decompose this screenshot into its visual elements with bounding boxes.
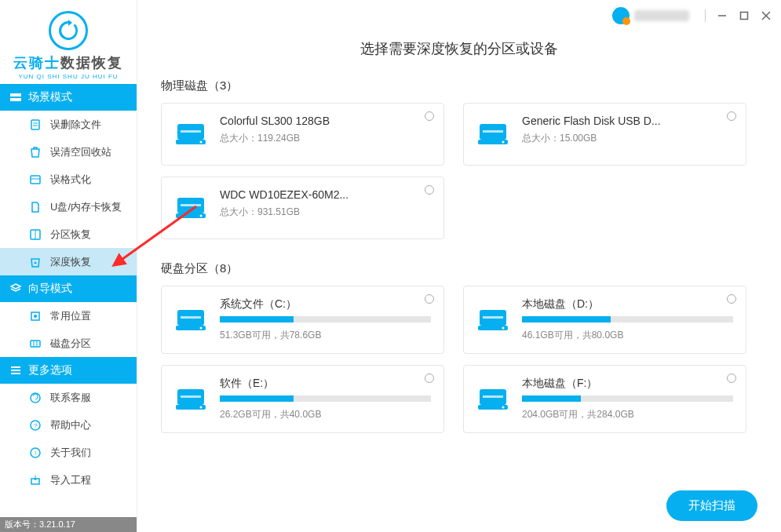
sidebar-item-sdcard[interactable]: U盘/内存卡恢复 bbox=[0, 193, 137, 220]
svg-point-50 bbox=[200, 406, 203, 408]
section-physical-title: 物理磁盘（3） bbox=[161, 78, 746, 93]
content: 选择需要深度恢复的分区或设备 物理磁盘（3） Colorful SL300 12… bbox=[137, 31, 781, 532]
radio-select[interactable] bbox=[425, 185, 434, 195]
svg-point-42 bbox=[200, 326, 203, 329]
nav-section-header[interactable]: 更多选项 bbox=[0, 357, 137, 384]
sidebar-item-help[interactable]: ?帮助中心 bbox=[0, 411, 137, 439]
import-icon bbox=[28, 473, 42, 487]
sidebar-item-about[interactable]: !关于我们 bbox=[0, 439, 137, 466]
partition-card[interactable]: 软件（E:）26.2GB可用，共40.0GB bbox=[161, 365, 444, 433]
app-logo: 云骑士数据恢复 YUN QI SHI SHU JU HUI FU bbox=[0, 0, 137, 84]
physical-disk-card[interactable]: WDC WD10EZEX-60M2...总大小：931.51GB bbox=[161, 177, 444, 239]
svg-rect-5 bbox=[31, 176, 40, 184]
disk-icon bbox=[174, 304, 207, 336]
sidebar-item-label: 常用位置 bbox=[50, 309, 91, 323]
svg-point-10 bbox=[34, 315, 37, 318]
disk-part-icon bbox=[28, 337, 42, 351]
svg-rect-41 bbox=[181, 316, 201, 319]
main-area: 选择需要深度恢复的分区或设备 物理磁盘（3） Colorful SL300 12… bbox=[137, 0, 781, 532]
svg-rect-37 bbox=[181, 204, 201, 206]
app-brand: 云骑士数据恢复 bbox=[13, 53, 123, 72]
disk-name: WDC WD10EZEX-60M2... bbox=[220, 188, 431, 201]
radio-select[interactable] bbox=[727, 111, 736, 121]
radio-select[interactable] bbox=[425, 111, 434, 121]
partition-card[interactable]: 系统文件（C:）51.3GB可用，共78.6GB bbox=[161, 286, 444, 354]
version-label: 版本号：3.21.0.17 bbox=[0, 517, 137, 532]
sidebar-item-label: 分区恢复 bbox=[50, 228, 91, 242]
svg-point-17 bbox=[31, 393, 40, 403]
minimize-button[interactable] bbox=[713, 7, 731, 24]
sidebar-item-label: 误删除文件 bbox=[50, 118, 101, 132]
svg-rect-33 bbox=[483, 130, 503, 133]
section-partitions-title: 硬盘分区（8） bbox=[161, 261, 746, 276]
location-icon bbox=[28, 309, 42, 323]
sidebar-item-support[interactable]: 联系客服 bbox=[0, 384, 137, 411]
sidebar-item-recycle-bin[interactable]: 误清空回收站 bbox=[0, 138, 137, 166]
partition-name: 软件（E:） bbox=[220, 377, 431, 391]
page-title: 选择需要深度恢复的分区或设备 bbox=[161, 39, 757, 58]
sidebar-item-label: 磁盘分区 bbox=[50, 337, 91, 351]
disk-icon bbox=[476, 384, 509, 415]
sidebar-item-partition[interactable]: 分区恢复 bbox=[0, 220, 137, 248]
avatar-icon bbox=[612, 7, 630, 24]
disk-name: Colorful SL300 128GB bbox=[220, 115, 431, 127]
svg-rect-1 bbox=[10, 98, 21, 101]
logo-icon bbox=[49, 11, 88, 50]
file-doc-icon bbox=[28, 118, 42, 132]
partition-info: 26.2GB可用，共40.0GB bbox=[220, 408, 431, 421]
partition-name: 系统文件（C:） bbox=[220, 297, 431, 312]
physical-disk-card[interactable]: Colorful SL300 128GB总大小：119.24GB bbox=[161, 103, 444, 166]
disk-icon bbox=[476, 304, 509, 336]
nav-section-header[interactable]: 向导模式 bbox=[0, 275, 137, 302]
app-brand-sub: YUN QI SHI SHU JU HUI FU bbox=[18, 73, 118, 80]
usage-bar bbox=[522, 395, 733, 402]
sidebar-item-label: 误格式化 bbox=[50, 173, 91, 187]
svg-rect-2 bbox=[31, 120, 39, 129]
format-icon bbox=[28, 173, 42, 187]
svg-point-54 bbox=[502, 406, 505, 408]
start-scan-button[interactable]: 开始扫描 bbox=[666, 490, 757, 521]
usage-bar bbox=[522, 316, 733, 322]
sidebar-item-label: 联系客服 bbox=[50, 391, 91, 405]
help-icon: ? bbox=[28, 418, 42, 432]
partition-icon bbox=[28, 228, 42, 242]
physical-disk-card[interactable]: Generic Flash Disk USB D...总大小：15.00GB bbox=[463, 103, 746, 166]
divider bbox=[705, 9, 706, 22]
about-icon: ! bbox=[28, 446, 42, 460]
sdcard-icon bbox=[28, 200, 42, 214]
sidebar-item-deep[interactable]: 深度恢复 bbox=[0, 248, 137, 275]
svg-rect-11 bbox=[31, 341, 40, 347]
disk-icon bbox=[174, 192, 207, 224]
disk-icon bbox=[174, 118, 207, 150]
sidebar-item-format[interactable]: 误格式化 bbox=[0, 166, 137, 193]
sidebar-item-label: 关于我们 bbox=[50, 446, 91, 460]
sidebar-item-label: 导入工程 bbox=[50, 473, 91, 487]
maximize-button[interactable] bbox=[735, 7, 753, 24]
user-account[interactable] bbox=[612, 7, 689, 24]
partition-card[interactable]: 本地磁盘（D:）46.1GB可用，共80.0GB bbox=[463, 286, 746, 354]
partition-info: 204.0GB可用，共284.0GB bbox=[522, 408, 733, 421]
sidebar: 云骑士数据恢复 YUN QI SHI SHU JU HUI FU 场景模式误删除… bbox=[0, 0, 137, 532]
deep-icon bbox=[28, 255, 42, 269]
svg-point-30 bbox=[200, 141, 203, 144]
radio-select[interactable] bbox=[727, 294, 736, 304]
partition-card[interactable]: 本地磁盘（F:）204.0GB可用，共284.0GB bbox=[463, 365, 746, 433]
usage-bar bbox=[220, 395, 431, 402]
nav-section-header[interactable]: 场景模式 bbox=[0, 84, 137, 111]
radio-select[interactable] bbox=[425, 373, 434, 383]
disk-name: Generic Flash Disk USB D... bbox=[522, 115, 733, 127]
disk-scroll-area[interactable]: 物理磁盘（3） Colorful SL300 128GB总大小：119.24GB… bbox=[161, 78, 757, 447]
svg-rect-45 bbox=[483, 316, 503, 319]
sidebar-item-disk-part[interactable]: 磁盘分区 bbox=[0, 330, 137, 357]
radio-select[interactable] bbox=[425, 294, 434, 304]
close-button[interactable] bbox=[757, 7, 775, 24]
disk-size: 总大小：931.51GB bbox=[220, 206, 431, 219]
titlebar bbox=[137, 0, 781, 31]
disk-size: 总大小：15.00GB bbox=[522, 132, 733, 145]
sidebar-item-file-doc[interactable]: 误删除文件 bbox=[0, 111, 137, 138]
partition-info: 46.1GB可用，共80.0GB bbox=[522, 329, 733, 342]
sidebar-item-import[interactable]: 导入工程 bbox=[0, 466, 137, 494]
svg-rect-0 bbox=[10, 93, 21, 97]
radio-select[interactable] bbox=[727, 373, 736, 383]
sidebar-item-location[interactable]: 常用位置 bbox=[0, 302, 137, 330]
